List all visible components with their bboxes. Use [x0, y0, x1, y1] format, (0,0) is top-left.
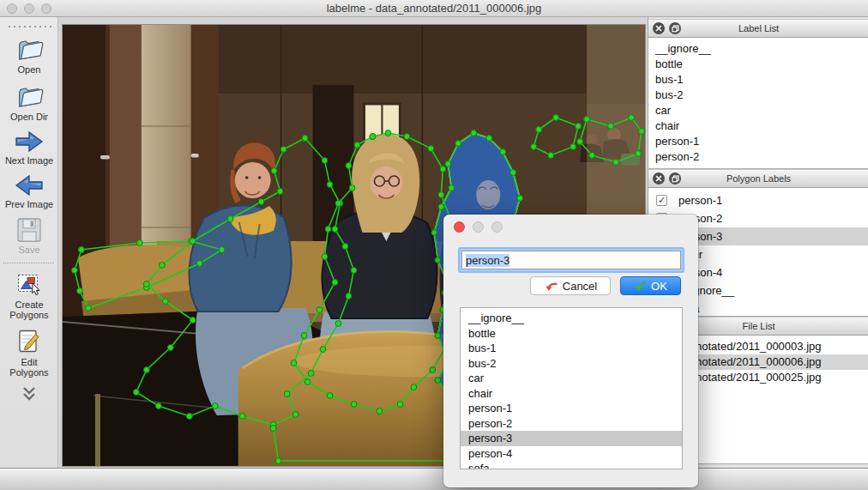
- prev-image-button[interactable]: Prev Image: [0, 171, 58, 215]
- minimize-window-button[interactable]: [24, 3, 34, 14]
- dialog-list-item[interactable]: person-1: [461, 401, 682, 416]
- dialog-list-item[interactable]: bus-1: [461, 341, 682, 356]
- ok-label: OK: [651, 280, 667, 293]
- ok-check-icon: [634, 281, 646, 291]
- label-list-item[interactable]: chair: [648, 118, 868, 134]
- edit-polygons-button[interactable]: Edit Polygons: [0, 325, 58, 383]
- dialog-close-button[interactable]: [454, 221, 465, 233]
- next-arrow-icon: [14, 130, 45, 154]
- polygon-label-row[interactable]: ✓person-1: [648, 191, 868, 209]
- dialog-label-list: __ignore__bottlebus-1bus-2carchairperson…: [460, 307, 683, 469]
- cancel-button[interactable]: Cancel: [530, 276, 611, 295]
- dialog-list-item[interactable]: person-4: [461, 446, 682, 462]
- polygon-visibility-checkbox[interactable]: ✓: [656, 195, 667, 206]
- dialog-list-item[interactable]: __ignore__: [461, 311, 682, 326]
- label-list-item[interactable]: bus-1: [648, 72, 868, 88]
- dialog-list-item[interactable]: sofa: [461, 461, 682, 469]
- toolbar-label: Open Dir: [2, 112, 57, 122]
- ok-button[interactable]: OK: [620, 276, 681, 295]
- save-floppy-icon: [15, 217, 43, 243]
- label-list: __ignore__bottlebus-1bus-2carchairperson…: [648, 38, 868, 169]
- toolbar-separator: [3, 263, 54, 263]
- dialog-buttons: Cancel OK: [443, 276, 698, 297]
- label-edit-dialog: person-3 Cancel OK __ignore__bottlebus-1…: [443, 215, 698, 487]
- open-dir-folder-icon: [14, 82, 45, 110]
- toolbar-label: Open: [2, 64, 57, 75]
- polygon-label-text: person-1: [678, 194, 722, 207]
- open-dir-button[interactable]: Open Dir: [0, 80, 58, 127]
- label-list-header: Label List: [648, 19, 868, 38]
- close-panel-icon[interactable]: [653, 22, 665, 34]
- dialog-list-item[interactable]: bottle: [461, 326, 682, 342]
- window-title: labelme - data_annotated/2011_000006.jpg: [327, 2, 542, 15]
- dialog-list-item[interactable]: person-2: [461, 416, 682, 432]
- chevron-double-down-icon: [16, 386, 42, 402]
- dialog-list-item[interactable]: person-3: [461, 431, 682, 446]
- edit-polygons-icon: [15, 328, 43, 355]
- dialog-minimize-button[interactable]: [473, 221, 484, 233]
- prev-arrow-icon: [14, 173, 45, 197]
- status-bar: [0, 468, 868, 490]
- zoom-window-button[interactable]: [41, 3, 51, 14]
- toolbar-label: Edit Polygons: [2, 357, 57, 378]
- window-controls[interactable]: [7, 3, 51, 14]
- create-polygons-icon: [15, 270, 43, 298]
- open-button[interactable]: Open: [0, 33, 58, 80]
- create-polygons-button[interactable]: Create Polygons: [0, 268, 58, 325]
- save-button[interactable]: Save: [0, 215, 58, 260]
- toolbar-label: Prev Image: [2, 199, 57, 209]
- dialog-list-item[interactable]: bus-2: [461, 356, 682, 372]
- dialog-zoom-button[interactable]: [491, 221, 503, 233]
- dialog-list-item[interactable]: car: [461, 371, 682, 386]
- dialog-window-controls[interactable]: [454, 221, 503, 233]
- label-list-item[interactable]: __ignore__: [648, 41, 868, 57]
- label-input-selected-text: person-3: [466, 254, 509, 267]
- label-input[interactable]: person-3: [461, 251, 681, 269]
- close-window-button[interactable]: [7, 3, 17, 14]
- panel-title: Polygon Labels: [648, 173, 868, 184]
- cancel-label: Cancel: [563, 280, 597, 293]
- close-panel-icon[interactable]: [653, 172, 665, 185]
- label-list-item[interactable]: bottle: [648, 57, 868, 72]
- cancel-undo-arrow-icon: [544, 280, 558, 292]
- label-list-item[interactable]: person-2: [648, 149, 868, 165]
- toolbar: Open Open Dir Next Image Prev Image: [0, 17, 58, 468]
- label-list-item[interactable]: car: [648, 103, 868, 118]
- panel-title: Label List: [648, 23, 868, 33]
- label-list-item[interactable]: person-1: [648, 134, 868, 149]
- toolbar-label: Save: [2, 245, 57, 255]
- toolbar-drag-handle[interactable]: [5, 22, 52, 29]
- toolbar-overflow-button[interactable]: [0, 383, 57, 404]
- label-list-item[interactable]: bus-2: [648, 88, 868, 103]
- title-bar: labelme - data_annotated/2011_000006.jpg: [0, 0, 868, 17]
- next-image-button[interactable]: Next Image: [0, 127, 58, 171]
- toolbar-label: Create Polygons: [2, 299, 57, 320]
- float-panel-icon[interactable]: [669, 22, 681, 34]
- open-folder-icon: [14, 35, 45, 63]
- toolbar-label: Next Image: [2, 155, 57, 166]
- label-input-focus-ring: person-3: [458, 247, 684, 273]
- polygon-labels-header: Polygon Labels: [648, 169, 868, 188]
- float-panel-icon[interactable]: [669, 172, 681, 185]
- dialog-list-item[interactable]: chair: [461, 386, 682, 402]
